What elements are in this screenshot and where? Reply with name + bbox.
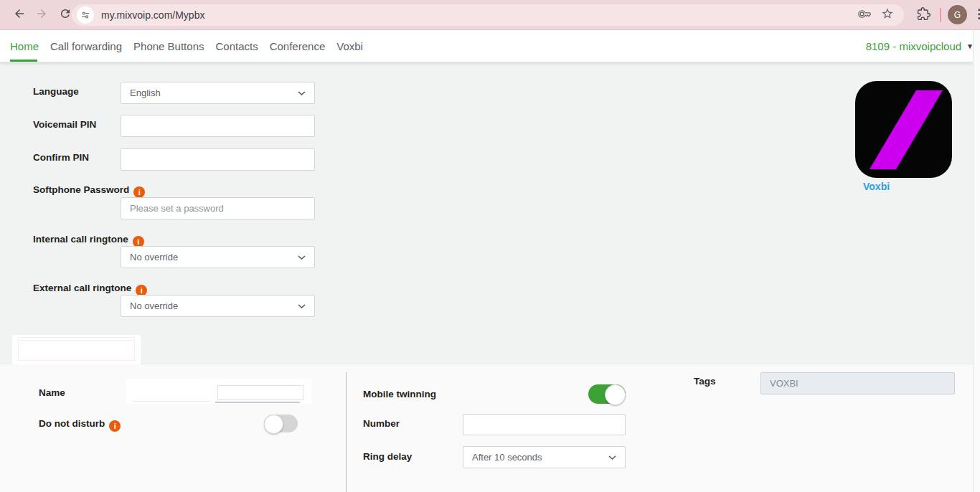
language-select[interactable]: English: [121, 82, 315, 104]
info-icon[interactable]: i: [109, 420, 121, 432]
softphone-password-field[interactable]: [121, 197, 315, 219]
external-ringtone-select[interactable]: No override: [121, 295, 315, 317]
chevron-down-icon: [298, 252, 306, 262]
address-bar[interactable]: my.mixvoip.com/Mypbx: [72, 4, 904, 26]
extension-puzzle-icon: [917, 7, 930, 24]
nav-tab-phone-buttons[interactable]: Phone Buttons: [133, 40, 204, 52]
password-key-icon[interactable]: [858, 7, 872, 24]
dnd-toggle[interactable]: [264, 415, 298, 432]
active-tab-underline: [10, 60, 37, 62]
back-button[interactable]: [12, 8, 27, 22]
confirm-pin-label: Confirm PIN: [33, 152, 89, 163]
page: my.mixvoip.com/Mypbx G ⋮ Home Call forwa…: [0, 0, 980, 492]
toolbar-divider: [940, 8, 941, 22]
reload-icon: [59, 7, 72, 23]
internal-ringtone-value: No override: [130, 252, 178, 262]
account-label: 8109 - mixvoipcloud: [866, 40, 961, 52]
ring-delay-label: Ring delay: [363, 451, 412, 462]
scrollbar[interactable]: [973, 30, 980, 492]
panel-tab-redacted[interactable]: [12, 335, 141, 364]
info-icon[interactable]: i: [133, 186, 145, 198]
confirm-pin-field[interactable]: [121, 148, 315, 171]
voicemail-pin-label: Voicemail PIN: [33, 119, 96, 130]
back-arrow-icon: [13, 7, 26, 23]
language-label: Language: [33, 86, 79, 97]
nav-tab-contacts[interactable]: Contacts: [215, 40, 258, 52]
language-value: English: [130, 87, 161, 98]
browser-menu-icon[interactable]: ⋮: [973, 6, 980, 24]
nav-tab-voxbi[interactable]: Voxbi: [336, 40, 363, 52]
chevron-down-icon: [298, 301, 306, 311]
account-dropdown[interactable]: 8109 - mixvoipcloud ▼: [866, 30, 974, 62]
tags-label: Tags: [694, 376, 716, 387]
voxbi-slash-icon: [870, 90, 943, 169]
last-name-field[interactable]: [217, 385, 303, 400]
mobile-twinning-label: Mobile twinning: [363, 389, 436, 399]
forward-button[interactable]: [34, 8, 49, 22]
nav-tab-home[interactable]: Home: [10, 40, 39, 52]
nav-tab-call-forwarding[interactable]: Call forwarding: [50, 40, 122, 52]
softphone-password-label: Softphone Passwordi: [33, 184, 145, 198]
number-label: Number: [363, 418, 400, 429]
external-ringtone-value: No override: [130, 301, 178, 311]
forward-arrow-icon: [35, 7, 48, 23]
url-text[interactable]: my.mixvoip.com/Mypbx: [101, 9, 858, 21]
panel-divider: [346, 372, 347, 492]
reload-button[interactable]: [58, 8, 72, 22]
first-name-field[interactable]: [126, 379, 216, 402]
chevron-down-icon: [608, 452, 616, 463]
name-label: Name: [39, 387, 65, 398]
nav-tabs: Home Call forwarding Phone Buttons Conta…: [10, 30, 363, 62]
ring-delay-value: After 10 seconds: [472, 452, 542, 463]
voicemail-pin-field[interactable]: [121, 115, 315, 137]
ring-delay-select[interactable]: After 10 seconds: [463, 446, 626, 468]
voxbi-link[interactable]: Voxbi: [863, 181, 890, 192]
name-fields-redacted: [126, 379, 311, 404]
nav-tab-conference[interactable]: Conference: [270, 40, 326, 52]
dnd-label: Do not disturbi: [39, 418, 121, 432]
number-field[interactable]: [463, 414, 626, 435]
app-navbar: Home Call forwarding Phone Buttons Conta…: [0, 30, 980, 62]
extensions-button[interactable]: [916, 8, 930, 22]
site-info-icon[interactable]: [77, 6, 94, 24]
bookmark-star-icon[interactable]: [881, 7, 894, 24]
voxbi-app-icon[interactable]: [855, 81, 952, 178]
browser-toolbar: my.mixvoip.com/Mypbx G ⋮: [0, 0, 980, 30]
tags-field[interactable]: [760, 372, 955, 394]
chevron-down-icon: [298, 87, 306, 98]
internal-ringtone-select[interactable]: No override: [121, 246, 315, 268]
mobile-twinning-toggle[interactable]: [588, 384, 626, 404]
profile-avatar[interactable]: G: [948, 5, 967, 24]
